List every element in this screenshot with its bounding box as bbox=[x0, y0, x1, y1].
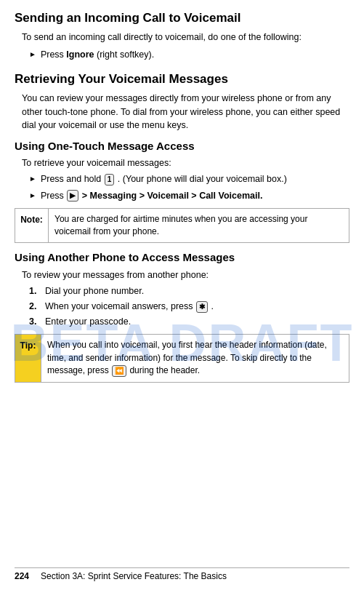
bullet-ignore-pre: Press bbox=[41, 49, 66, 60]
bullet-press-hold-post: . (Your phone will dial your voicemail b… bbox=[118, 174, 287, 184]
step-2: 2. When your voicemail answers, press ✱ … bbox=[29, 300, 349, 313]
step-1: 1. Dial your phone number. bbox=[29, 284, 349, 298]
bullet-press-hold-text: Press and hold 1 . (Your phone will dial… bbox=[41, 172, 349, 186]
bullet-arrow-icon-2: ► bbox=[29, 191, 36, 202]
note-content: You are charged for airtime minutes when… bbox=[49, 209, 349, 243]
bullet-list-one-touch: ► Press and hold 1 . (Your phone will di… bbox=[29, 172, 349, 202]
bullet-ignore-bold: Ignore bbox=[66, 49, 94, 60]
bullet-item-press-hold: ► Press and hold 1 . (Your phone will di… bbox=[29, 172, 349, 186]
note-label: Note: bbox=[15, 209, 49, 243]
note-box: Note: You are charged for airtime minute… bbox=[15, 208, 349, 244]
bullet-press-menu-pre: Press bbox=[41, 191, 64, 201]
page-container: BETA DRAFT Sending an Incoming Call to V… bbox=[0, 0, 364, 590]
tip-label: Tip: bbox=[15, 335, 41, 381]
bullet-ignore-text: Press Ignore (right softkey). bbox=[41, 48, 349, 61]
bullet-ignore-post: (right softkey). bbox=[94, 49, 155, 60]
heading-another: Using Another Phone to Access Messages bbox=[15, 250, 349, 265]
heading-one-touch: Using One-Touch Message Access bbox=[15, 139, 349, 154]
step-1-num: 1. bbox=[29, 284, 41, 298]
sub-label-retrieve: To retrieve your voicemail messages: bbox=[22, 156, 349, 170]
tip-box: Tip: When you call into voicemail, you f… bbox=[15, 334, 349, 382]
footer-section-text: Section 3A: Sprint Service Features: The… bbox=[41, 571, 227, 581]
key-icon-menu: ▶ bbox=[67, 190, 78, 202]
step-1-text: Dial your phone number. bbox=[45, 284, 144, 298]
bullet-arrow-icon-1: ► bbox=[29, 174, 36, 185]
sub-label-review: To review your messages from another pho… bbox=[22, 268, 349, 282]
key-icon-1: 1 bbox=[105, 174, 115, 186]
step-2-text: When your voicemail answers, press ✱ . bbox=[45, 300, 214, 313]
step-2-post: . bbox=[211, 301, 214, 311]
footer: 224 Section 3A: Sprint Service Features:… bbox=[15, 567, 349, 581]
key-icon-tip: ⏪ bbox=[112, 365, 126, 377]
bullet-item-ignore: ► Press Ignore (right softkey). bbox=[29, 48, 349, 61]
numbered-list: 1. Dial your phone number. 2. When your … bbox=[29, 284, 349, 328]
bullet-press-menu-bold: > Messaging > Voicemail > Call Voicemail… bbox=[82, 191, 263, 201]
step-3-text: Enter your passcode. bbox=[45, 315, 131, 328]
body-sending: To send an incoming call directly to voi… bbox=[22, 31, 349, 44]
bullet-press-hold-pre: Press and hold bbox=[41, 174, 101, 184]
bullet-list-sending: ► Press Ignore (right softkey). bbox=[29, 48, 349, 61]
bullet-item-press-menu: ► Press ▶ > Messaging > Voicemail > Call… bbox=[29, 189, 349, 202]
bullet-press-menu-text: Press ▶ > Messaging > Voicemail > Call V… bbox=[41, 189, 349, 202]
key-icon-star: ✱ bbox=[196, 301, 208, 313]
tip-content-post: during the header. bbox=[129, 365, 200, 375]
step-2-pre: When your voicemail answers, press bbox=[45, 301, 193, 311]
heading-retrieving: Retrieving Your Voicemail Messages bbox=[15, 71, 349, 87]
step-3: 3. Enter your passcode. bbox=[29, 315, 349, 328]
footer-page-number: 224 bbox=[15, 571, 29, 581]
step-3-num: 3. bbox=[29, 315, 41, 328]
body-retrieving: You can review your messages directly fr… bbox=[22, 92, 349, 131]
step-2-num: 2. bbox=[29, 300, 41, 313]
bullet-arrow-icon: ► bbox=[29, 49, 36, 60]
heading-sending: Sending an Incoming Call to Voicemail bbox=[15, 10, 349, 26]
tip-content: When you call into voicemail, you first … bbox=[41, 335, 349, 381]
